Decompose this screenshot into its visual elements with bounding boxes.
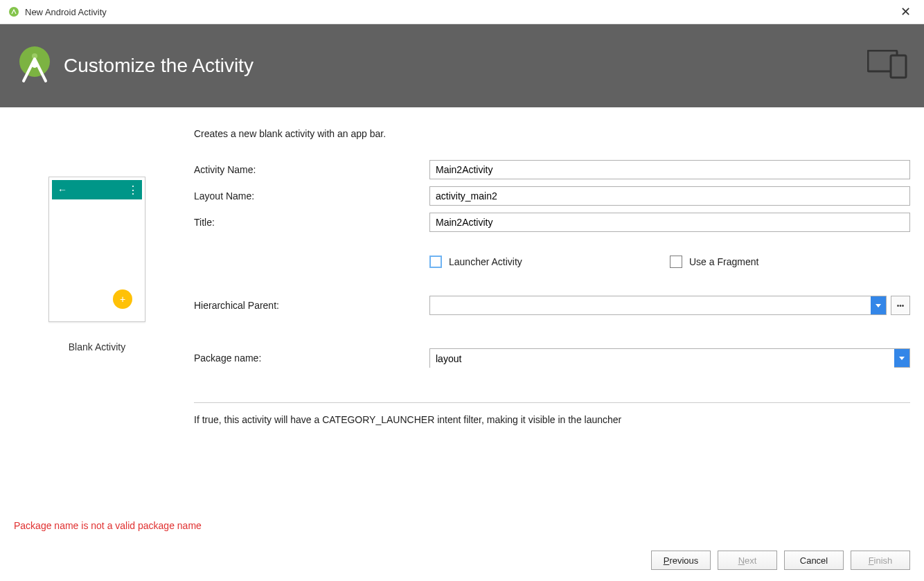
window-title: New Android Activity — [25, 7, 107, 17]
package-name-combo[interactable] — [429, 348, 910, 368]
use-fragment-label: Use a Fragment — [689, 256, 758, 267]
android-studio-logo-icon — [14, 45, 55, 87]
form-description: Creates a new blank activity with an app… — [194, 128, 910, 139]
hierarchical-parent-label: Hierarchical Parent: — [194, 300, 429, 311]
hierarchical-parent-combo[interactable] — [429, 296, 887, 315]
wizard-title: Customize the Activity — [64, 55, 254, 77]
activity-name-label: Activity Name: — [194, 164, 429, 175]
title-input[interactable] — [429, 213, 910, 232]
title-bar: New Android Activity ✕ — [0, 0, 924, 24]
template-preview[interactable]: ← ⋮ + — [48, 177, 145, 322]
next-button[interactable]: Next — [718, 551, 777, 570]
template-gallery: ← ⋮ + Blank Activity — [14, 128, 180, 502]
hierarchical-parent-input[interactable] — [430, 296, 871, 314]
launcher-activity-label: Launcher Activity — [449, 256, 522, 267]
preview-overflow-icon: ⋮ — [127, 184, 136, 197]
layout-name-input[interactable] — [429, 186, 910, 206]
form-area: Creates a new blank activity with an app… — [180, 128, 910, 502]
dropdown-icon[interactable] — [894, 349, 909, 367]
use-fragment-checkbox[interactable]: Use a Fragment — [670, 256, 910, 268]
android-studio-icon — [8, 6, 19, 17]
device-preview-icon — [867, 50, 910, 82]
close-button[interactable]: ✕ — [895, 4, 916, 19]
launcher-activity-checkbox[interactable]: Launcher Activity — [429, 256, 670, 268]
svg-rect-5 — [891, 55, 906, 78]
finish-button[interactable]: Finish — [851, 551, 910, 570]
preview-back-icon: ← — [57, 184, 67, 195]
title-label: Title: — [194, 217, 429, 228]
dropdown-icon[interactable] — [871, 296, 886, 314]
separator — [194, 402, 910, 403]
package-name-label: Package name: — [194, 352, 429, 364]
svg-point-3 — [31, 61, 38, 68]
activity-name-input[interactable] — [429, 160, 910, 179]
error-message: Package name is not a valid package name — [14, 520, 910, 531]
form-hint: If true, this activity will have a CATEG… — [194, 414, 910, 425]
cancel-button[interactable]: Cancel — [784, 551, 844, 570]
button-bar: Previous Next Cancel Finish — [14, 551, 910, 570]
checkbox-icon — [670, 256, 682, 268]
wizard-header: Customize the Activity — [0, 24, 924, 107]
checkbox-icon — [429, 256, 442, 268]
package-name-input[interactable] — [430, 349, 894, 368]
layout-name-label: Layout Name: — [194, 190, 429, 202]
previous-button[interactable]: Previous — [651, 551, 711, 570]
browse-button[interactable]: ••• — [891, 296, 910, 315]
svg-point-0 — [9, 7, 19, 17]
template-caption: Blank Activity — [69, 341, 125, 352]
preview-fab-icon: + — [113, 289, 132, 309]
